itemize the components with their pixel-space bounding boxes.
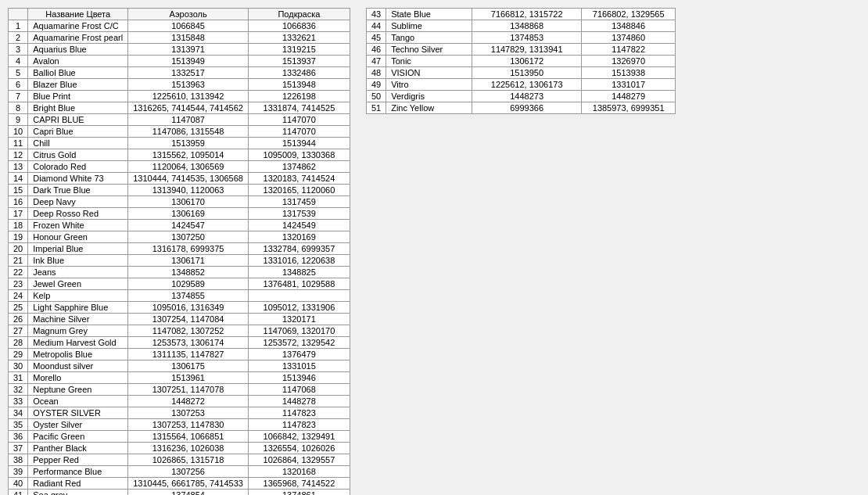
row-aerosol: 1306170 [128,196,249,208]
row-num: 21 [9,255,28,267]
row-name: Capri Blue [28,126,128,138]
row-aerosol: 1348868 [472,20,582,32]
row-podkraska: 1066842, 1329491 [248,431,350,443]
col-num-header [9,9,28,20]
table-row: 49 Vitro 1225612, 1306173 1331017 [366,79,675,91]
row-podkraska: 7166802, 1329565 [582,9,676,20]
row-aerosol: 1307256 [128,466,249,478]
row-num: 12 [9,149,28,161]
row-num: 25 [9,302,28,314]
row-name: Blazer Blue [28,79,128,91]
row-name: Zinc Yellow [386,102,472,114]
row-aerosol: 1147086, 1315548 [128,126,249,138]
table-row: 7 Blue Print 1225610, 1313942 1226198 [9,91,350,102]
row-podkraska: 1331874, 7414525 [248,102,350,114]
table-row: 25 Light Sapphire Blue 1095016, 1316349 … [9,302,350,314]
row-num: 50 [366,91,386,102]
row-name: Chill [28,138,128,149]
row-aerosol: 1307251, 1147078 [128,384,249,396]
row-podkraska: 1513946 [248,372,350,384]
row-podkraska: 1331015 [248,360,350,372]
table-row: 47 Tonic 1306172 1326970 [366,56,675,67]
col-name-header: Название Цвета [28,9,128,20]
row-aerosol: 1448272 [128,396,249,407]
table-row: 9 CAPRI BLUE 1147087 1147070 [9,114,350,126]
row-num: 51 [366,102,386,114]
table-row: 10 Capri Blue 1147086, 1315548 1147070 [9,126,350,138]
row-podkraska: 1147823 [248,407,350,419]
row-name: Medium Harvest Gold [28,337,128,349]
row-num: 22 [9,267,28,278]
row-num: 19 [9,231,28,243]
row-num: 3 [9,44,28,56]
row-num: 35 [9,419,28,431]
row-podkraska: 1147070 [248,126,350,138]
row-name: Vitro [386,79,472,91]
row-podkraska: 1374860 [582,32,676,44]
row-podkraska: 1320168 [248,466,350,478]
row-num: 38 [9,454,28,466]
row-num: 44 [366,20,386,32]
row-aerosol: 1306172 [472,56,582,67]
row-name: Honour Green [28,231,128,243]
row-podkraska: 1424549 [248,220,350,231]
row-aerosol: 1332517 [128,67,249,79]
row-aerosol: 1513949 [128,56,249,67]
row-podkraska: 1376481, 1029588 [248,278,350,290]
row-num: 6 [9,79,28,91]
table-row: 46 Techno Silver 1147829, 1313941 114782… [366,44,675,56]
table-row: 37 Panther Black 1316236, 1026038 132655… [9,443,350,454]
row-num: 13 [9,161,28,173]
row-num: 20 [9,243,28,255]
row-num: 23 [9,278,28,290]
row-podkraska: 1331016, 1220638 [248,255,350,267]
row-podkraska: 1253572, 1329542 [248,337,350,349]
row-podkraska: 1513938 [582,67,676,79]
row-podkraska: 1513944 [248,138,350,149]
row-name: Aquarius Blue [28,44,128,56]
table-row: 26 Machine Silver 1307254, 1147084 13201… [9,314,350,325]
row-num: 7 [9,91,28,102]
table-row: 14 Diamond White 73 1310444, 7414535, 13… [9,173,350,185]
row-aerosol: 1374855 [128,290,249,302]
row-num: 30 [9,360,28,372]
row-aerosol: 1513950 [472,67,582,79]
table-row: 6 Blazer Blue 1513963 1513948 [9,79,350,91]
row-num: 40 [9,478,28,490]
row-name: Ink Blue [28,255,128,267]
row-name: Oyster Silver [28,419,128,431]
row-name: Metropolis Blue [28,349,128,360]
row-num: 33 [9,396,28,407]
row-aerosol: 1374853 [472,32,582,44]
row-name: Techno Silver [386,44,472,56]
row-num: 5 [9,67,28,79]
row-name: Moondust silver [28,360,128,372]
row-podkraska: 1147068 [248,384,350,396]
row-aerosol: 1315848 [128,32,249,44]
row-num: 9 [9,114,28,126]
row-podkraska: 1513937 [248,56,350,67]
row-aerosol: 7166812, 1315722 [472,9,582,20]
row-podkraska: 1332486 [248,67,350,79]
row-podkraska: 1147069, 1320170 [248,325,350,337]
row-aerosol: 1306169 [128,208,249,220]
row-podkraska: 1326554, 1026026 [248,443,350,454]
row-podkraska: 1374861 [248,490,350,496]
table-row: 28 Medium Harvest Gold 1253573, 1306174 … [9,337,350,349]
table-row: 3 Aquarius Blue 1313971 1319215 [9,44,350,56]
row-name: Magnum Grey [28,325,128,337]
row-name: Morello [28,372,128,384]
row-podkraska: 1319215 [248,44,350,56]
table-row: 35 Oyster Silver 1307253, 1147830 114782… [9,419,350,431]
row-num: 16 [9,196,28,208]
table-row: 40 Radiant Red 1310445, 6661785, 7414533… [9,478,350,490]
row-num: 18 [9,220,28,231]
row-name: Deep Navy [28,196,128,208]
row-podkraska: 1147822 [582,44,676,56]
row-aerosol: 1225612, 1306173 [472,79,582,91]
row-aerosol: 1147082, 1307252 [128,325,249,337]
row-podkraska: 1095009, 1330368 [248,149,350,161]
table-row: 23 Jewel Green 1029589 1376481, 1029588 [9,278,350,290]
row-num: 32 [9,384,28,396]
row-aerosol: 1313971 [128,44,249,56]
